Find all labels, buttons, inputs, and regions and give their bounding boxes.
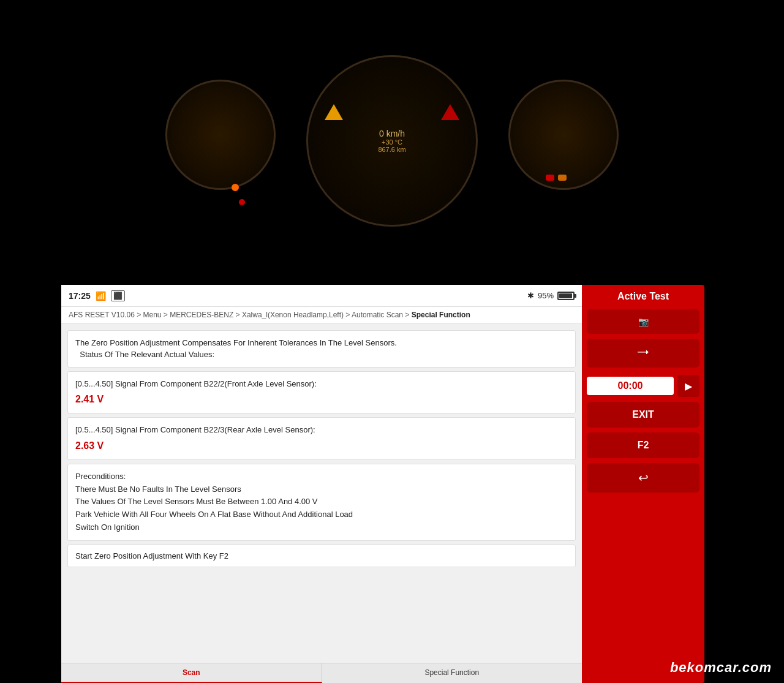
timer-display: 00:00 (587, 377, 674, 395)
sensor2-value: 2.63 V (75, 439, 568, 453)
tab-scan[interactable]: Scan (61, 663, 322, 683)
status-bar: 17:25 📶 ⬛ ✱ 95% (61, 285, 582, 307)
speed-display: 0 km/h (378, 129, 405, 138)
screen-icon: ⬛ (111, 290, 125, 301)
breadcrumb-path: AFS RESET V10.06 > Menu > MERCEDES-BENZ … (69, 311, 412, 319)
watermark: bekomcar.com (670, 660, 772, 676)
breadcrumb: AFS RESET V10.06 > Menu > MERCEDES-BENZ … (61, 307, 582, 324)
active-test-title: Active Test (617, 291, 669, 302)
bluetooth-icon: ✱ (527, 291, 534, 300)
temp-display: +30 °C867.6 km (378, 138, 405, 153)
back-button[interactable]: ↩ (587, 463, 699, 492)
content-area: The Zero Position Adjustment Compensates… (61, 324, 582, 663)
warning-triangle-left-icon (325, 104, 343, 120)
precondition4: Switch On Ignition (75, 521, 568, 534)
exit-button[interactable]: EXIT (587, 402, 699, 428)
precondition1: There Must Be No Faults In The Level Sen… (75, 483, 568, 496)
description-card: The Zero Position Adjustment Compensates… (67, 330, 576, 368)
precondition2: The Values Of The Level Sensors Must Be … (75, 496, 568, 508)
tab-special-function[interactable]: Special Function (322, 663, 582, 683)
exit-arrow-icon: ⭢ (637, 346, 649, 360)
time-display: 17:25 (69, 291, 91, 301)
description-text: The Zero Position Adjustment Compensates… (75, 338, 397, 360)
gauge-cluster: 0 km/h +30 °C867.6 km (116, 18, 668, 276)
timer-row: 00:00 ▶ (587, 375, 699, 397)
sensor1-value: 2.41 V (75, 392, 568, 407)
preconditions-title: Preconditions: (75, 470, 568, 483)
warning-triangle-right-icon (441, 104, 459, 120)
breadcrumb-current: Special Function (412, 311, 470, 319)
warning-dot-orange-left (232, 184, 239, 191)
tab-bar: Scan Special Function (61, 663, 582, 683)
warning-dot-orange-right (558, 175, 567, 181)
status-right: ✱ 95% (527, 291, 575, 300)
warning-dot-red-right (546, 175, 554, 181)
camera-button[interactable]: 📷 (587, 309, 699, 334)
battery-fill (559, 293, 572, 298)
camera-icon: 📷 (638, 317, 649, 326)
f2-button[interactable]: F2 (587, 432, 699, 458)
sensor1-card: [0.5...4.50] Signal From Component B22/2… (67, 371, 576, 414)
sensor1-label: [0.5...4.50] Signal From Component B22/2… (75, 378, 568, 390)
device-panel: 17:25 📶 ⬛ ✱ 95% AFS RESET V10.06 > Menu … (61, 285, 784, 683)
gauge-right (508, 80, 619, 190)
battery-icon (557, 292, 575, 300)
battery-body (557, 292, 575, 300)
main-screen: 17:25 📶 ⬛ ✱ 95% AFS RESET V10.06 > Menu … (61, 285, 582, 683)
sensor2-card: [0.5...4.50] Signal From Component B22/3… (67, 417, 576, 460)
start-action-card: Start Zero Position Adjustment With Key … (67, 545, 576, 567)
play-button[interactable]: ▶ (677, 375, 699, 397)
gauge-left (165, 80, 276, 190)
gauge-center-text: 0 km/h +30 °C867.6 km (378, 129, 405, 153)
play-icon: ▶ (685, 380, 692, 392)
preconditions-card: Preconditions: There Must Be No Faults I… (67, 464, 576, 541)
dashboard-background: 0 km/h +30 °C867.6 km (0, 0, 784, 294)
precondition3: Park Vehicle With All Four Wheels On A F… (75, 508, 568, 521)
sensor2-label: [0.5...4.50] Signal From Component B22/3… (75, 424, 568, 436)
gauge-center: 0 km/h +30 °C867.6 km (306, 55, 478, 227)
back-icon: ↩ (638, 471, 649, 485)
warning-dot-red-left (239, 199, 245, 205)
status-left: 17:25 📶 ⬛ (69, 290, 125, 301)
exit-arrow-button[interactable]: ⭢ (587, 339, 699, 368)
right-panel: Active Test 📷 ⭢ 00:00 ▶ EXIT F2 ↩ (582, 285, 704, 683)
wifi-icon: 📶 (96, 291, 106, 301)
battery-percent: 95% (538, 291, 554, 300)
start-action-text: Start Zero Position Adjustment With Key … (75, 551, 228, 560)
